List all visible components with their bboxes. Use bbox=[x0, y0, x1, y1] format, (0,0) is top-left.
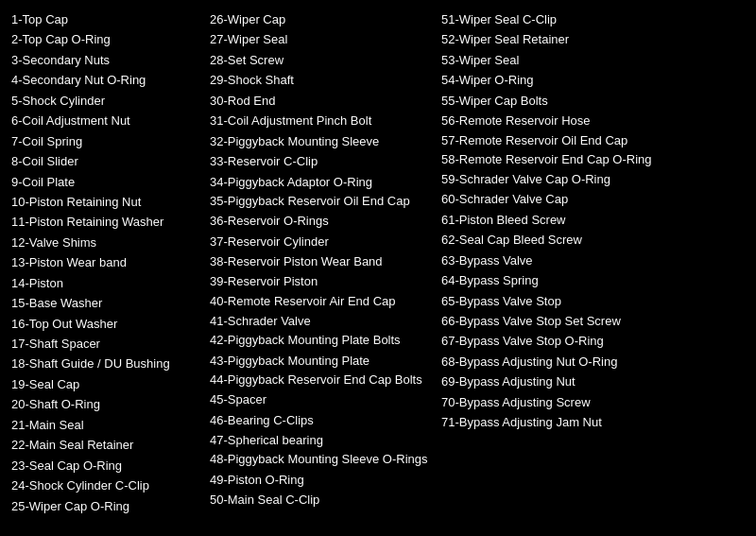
column-2: 26-Wiper Cap27-Wiper Seal28-Set Screw29-… bbox=[210, 9, 441, 516]
list-item: 15-Base Washer bbox=[11, 293, 200, 313]
list-item: 61-Piston Bleed Screw bbox=[441, 210, 663, 230]
list-item: 23-Seal Cap O-Ring bbox=[11, 456, 200, 475]
list-item: 54-Wiper O-Ring bbox=[441, 70, 663, 90]
list-item: 43-Piggyback Mounting Plate bbox=[210, 351, 432, 371]
list-item: 70-Bypass Adjusting Screw bbox=[441, 392, 663, 412]
list-item: 24-Shock Cylinder C-Clip bbox=[11, 475, 200, 495]
list-item: 10-Piston Retaining Nut bbox=[11, 192, 200, 212]
list-item: 26-Wiper Cap bbox=[210, 9, 432, 29]
list-item: 53-Wiper Seal bbox=[441, 50, 663, 70]
list-item: 1-Top Cap bbox=[11, 9, 200, 29]
list-item: 2-Top Cap O-Ring bbox=[11, 29, 200, 49]
list-item: 57-Remote Reservoir Oil End Cap bbox=[441, 131, 663, 150]
list-item: 20-Shaft O-Ring bbox=[11, 394, 200, 414]
list-item: 55-Wiper Cap Bolts bbox=[441, 91, 663, 111]
list-item: 64-Bypass Spring bbox=[441, 270, 663, 290]
list-item: 45-Spacer bbox=[210, 389, 432, 409]
list-item: 29-Shock Shaft bbox=[210, 70, 432, 90]
list-item: 16-Top Out Washer bbox=[11, 314, 200, 334]
parts-list: 1-Top Cap2-Top Cap O-Ring3-Secondary Nut… bbox=[11, 9, 745, 516]
list-item: 49-Piston O-Ring bbox=[210, 470, 432, 490]
list-item: 62-Seal Cap Bleed Screw bbox=[441, 230, 663, 250]
list-item: 12-Valve Shims bbox=[11, 233, 200, 252]
list-item: 8-Coil Slider bbox=[11, 151, 200, 171]
list-item: 52-Wiper Seal Retainer bbox=[441, 29, 663, 49]
list-item: 37-Reservoir Cylinder bbox=[210, 232, 432, 251]
list-item: 31-Coil Adjustment Pinch Bolt bbox=[210, 111, 432, 130]
list-item: 66-Bypass Valve Stop Set Screw bbox=[441, 311, 663, 331]
list-item: 30-Rod End bbox=[210, 91, 432, 111]
column-3: 51-Wiper Seal C-Clip52-Wiper Seal Retain… bbox=[441, 9, 673, 516]
list-item: 28-Set Screw bbox=[210, 50, 432, 70]
column-1: 1-Top Cap2-Top Cap O-Ring3-Secondary Nut… bbox=[11, 9, 210, 516]
list-item: 33-Reservoir C-Clip bbox=[210, 151, 432, 171]
list-item: 44-Piggyback Reservoir End Cap Bolts bbox=[210, 371, 432, 389]
list-item: 17-Shaft Spacer bbox=[11, 334, 200, 354]
list-item: 51-Wiper Seal C-Clip bbox=[441, 9, 663, 29]
list-item: 42-Piggyback Mounting Plate Bolts bbox=[210, 331, 432, 350]
list-item: 14-Piston bbox=[11, 273, 200, 293]
list-item: 36-Reservoir O-Rings bbox=[210, 211, 432, 231]
list-item: 38-Reservoir Piston Wear Band bbox=[210, 251, 432, 271]
list-item: 46-Bearing C-Clips bbox=[210, 410, 432, 430]
list-item: 63-Bypass Valve bbox=[441, 251, 663, 270]
list-item: 25-Wiper Cap O-Ring bbox=[11, 496, 200, 516]
list-item: 18-Shaft Guide / DU Bushing bbox=[11, 354, 200, 373]
list-item: 47-Spherical bearing bbox=[210, 430, 432, 450]
list-item: 4-Secondary Nut O-Ring bbox=[11, 70, 200, 90]
list-item: 13-Piston Wear band bbox=[11, 252, 200, 272]
list-item: 60-Schrader Valve Cap bbox=[441, 189, 663, 209]
list-item: 11-Piston Retaining Washer bbox=[11, 212, 200, 232]
list-item: 56-Remote Reservoir Hose bbox=[441, 111, 663, 130]
list-item: 59-Schrader Valve Cap O-Ring bbox=[441, 169, 663, 189]
list-item: 19-Seal Cap bbox=[11, 374, 200, 394]
list-item: 22-Main Seal Retainer bbox=[11, 435, 200, 455]
list-item: 58-Remote Reservoir End Cap O-Ring bbox=[441, 150, 663, 169]
list-item: 9-Coil Plate bbox=[11, 172, 200, 192]
list-item: 67-Bypass Valve Stop O-Ring bbox=[441, 331, 663, 351]
list-item: 68-Bypass Adjusting Nut O-Ring bbox=[441, 352, 663, 372]
list-item: 48-Piggyback Mounting Sleeve O-Rings bbox=[210, 450, 432, 469]
list-item: 39-Reservoir Piston bbox=[210, 271, 432, 291]
list-item: 32-Piggyback Mounting Sleeve bbox=[210, 131, 432, 151]
list-item: 27-Wiper Seal bbox=[210, 29, 432, 49]
list-item: 5-Shock Cylinder bbox=[11, 91, 200, 111]
list-item: 71-Bypass Adjusting Jam Nut bbox=[441, 412, 663, 432]
list-item: 3-Secondary Nuts bbox=[11, 50, 200, 70]
list-item: 34-Piggyback Adaptor O-Ring bbox=[210, 172, 432, 192]
list-item: 50-Main Seal C-Clip bbox=[210, 490, 432, 510]
list-item: 69-Bypass Adjusting Nut bbox=[441, 372, 663, 391]
list-item: 35-Piggyback Reservoir Oil End Cap bbox=[210, 192, 432, 211]
list-item: 40-Remote Reservoir Air End Cap bbox=[210, 292, 432, 311]
list-item: 6-Coil Adjustment Nut bbox=[11, 111, 200, 130]
list-item: 65-Bypass Valve Stop bbox=[441, 291, 663, 311]
list-item: 7-Coil Spring bbox=[11, 131, 200, 151]
list-item: 21-Main Seal bbox=[11, 415, 200, 435]
list-item: 41-Schrader Valve bbox=[210, 311, 432, 331]
